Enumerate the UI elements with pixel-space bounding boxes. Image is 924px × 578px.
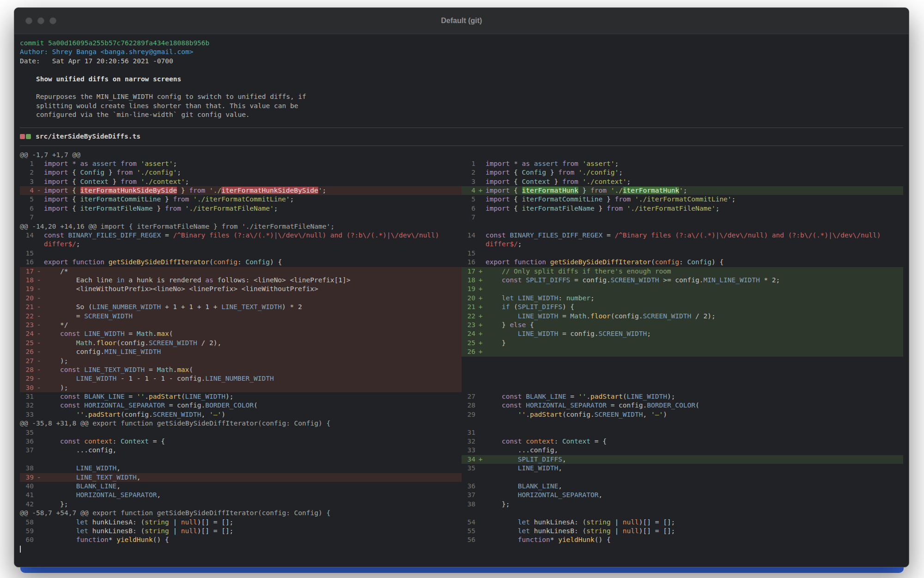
code-token: ( xyxy=(189,366,193,373)
code-token: )[] = []; xyxy=(639,518,675,526)
code-line: const context: Context = { xyxy=(486,437,903,446)
code-token: floor xyxy=(590,312,611,320)
diff-pane-right: 19+ xyxy=(462,285,903,293)
line-number xyxy=(20,240,34,249)
code-token: function xyxy=(72,258,104,266)
code-token: ; xyxy=(619,169,623,176)
code-token: / 2); xyxy=(691,312,715,320)
code-token xyxy=(44,402,60,409)
diff-marker xyxy=(475,401,486,410)
line-number xyxy=(462,240,475,249)
code-token: LINE_WIDTH xyxy=(185,393,225,400)
code-token: null xyxy=(181,518,197,526)
code-token: from xyxy=(189,187,205,194)
code-token: '—' xyxy=(209,411,221,418)
code-line: const BLANK_LINE = ''.padStart(LINE_WIDT… xyxy=(486,392,903,401)
line-number: 25 xyxy=(20,339,34,347)
code-token: './iterFormatFileName' xyxy=(627,205,716,212)
diff-marker xyxy=(475,428,486,437)
code-token: ( xyxy=(695,402,699,409)
diff-marker xyxy=(34,527,44,535)
code-token xyxy=(137,178,141,185)
code-token: } xyxy=(109,178,121,185)
diff-marker xyxy=(34,446,44,455)
code-token xyxy=(104,258,109,266)
code-token: { xyxy=(68,187,80,194)
code-token xyxy=(574,169,578,176)
code-token: ; xyxy=(683,187,687,194)
line-number: 5 xyxy=(462,195,475,204)
diff-marker xyxy=(34,168,44,177)
code-token: (config. xyxy=(121,411,153,418)
code-line: import { iterFormatCommitLine } from './… xyxy=(44,195,462,204)
diff-marker xyxy=(475,437,486,446)
line-number: 29 xyxy=(462,410,475,419)
diff-pane-right: 18+ const SPLIT_DIFFS = config.SCREEN_WI… xyxy=(462,276,903,285)
code-token xyxy=(80,330,85,337)
zoom-button[interactable] xyxy=(49,18,56,24)
code-token: ) * 2 xyxy=(282,303,302,310)
line-number: 56 xyxy=(462,535,475,544)
diff-pane-right: 37 HORIZONTAL_SEPARATOR, xyxy=(462,491,903,499)
diff-row: 40 BLANK_LINE,36 BLANK_LINE, xyxy=(20,482,903,491)
diff-pane-right: 15 xyxy=(462,249,903,258)
code-token: let xyxy=(518,518,530,526)
code-token: LINE_WIDTH xyxy=(518,464,558,472)
minimize-button[interactable] xyxy=(37,18,44,24)
code-token xyxy=(44,491,76,499)
diff-pane-right: 20+ let LINE_WIDTH: number; xyxy=(462,294,903,303)
code-token: context xyxy=(526,438,554,445)
code-token: } xyxy=(602,195,614,203)
code-token: : xyxy=(112,438,120,445)
code-line: function* yieldHunk() { xyxy=(44,535,462,544)
line-number: 22 xyxy=(20,312,34,321)
code-token xyxy=(486,330,518,337)
commit-hash-line: commit 5a00d16095a255b57c762289fa434e180… xyxy=(20,39,903,48)
line-number: 24 xyxy=(20,329,34,338)
diff-marker: + xyxy=(475,186,486,195)
diff-marker xyxy=(475,177,486,186)
code-token: const xyxy=(502,276,522,284)
code-token: as xyxy=(80,160,88,167)
code-token: ; xyxy=(173,160,177,167)
code-token: BINARY_FILES_DIFF_REGEX xyxy=(510,231,602,239)
diff-pane-right: 56 function* yieldHunk() { xyxy=(462,535,903,544)
code-token: yieldHunk xyxy=(558,536,595,543)
code-token: padStart xyxy=(590,393,623,400)
diff-row: differ$/;differ$/; xyxy=(20,240,903,249)
line-number: 7 xyxy=(20,213,34,222)
line-number: 41 xyxy=(20,491,34,499)
code-token: ( xyxy=(510,303,517,310)
terminal-content[interactable]: commit 5a00d16095a255b57c762289fa434e180… xyxy=(14,34,909,554)
code-token: = config. xyxy=(607,402,647,409)
line-number: 38 xyxy=(20,464,34,473)
diff-marker: - xyxy=(34,374,44,383)
code-token: + 1 + 1 + 1 + xyxy=(161,303,221,310)
diff-pane-right: 55 let hunkLinesB: (string | null)[] = [… xyxy=(462,527,903,535)
diff-pane-left: 18- Each line in a hunk is rendered as f… xyxy=(20,276,462,285)
added-word-highlight: iterFormatHunk xyxy=(522,187,578,194)
titlebar[interactable]: Default (git) xyxy=(14,8,909,34)
code-line: differ$/; xyxy=(44,240,462,249)
close-button[interactable] xyxy=(25,18,32,24)
code-token: (config. xyxy=(562,411,595,418)
diff-pane-right: 17+ // Only split diffs if there's enoug… xyxy=(462,267,903,276)
code-token: | xyxy=(169,527,181,535)
code-token: - 1 - 1 - 1 - config. xyxy=(116,375,205,382)
diff-row: 3import { Context } from './context';3im… xyxy=(20,177,903,186)
code-line xyxy=(44,213,462,222)
diff-row: 14const BINARY_FILES_DIFF_REGEX = /^Bina… xyxy=(20,231,903,240)
diff-pane-right xyxy=(462,365,903,374)
diff-row: 42 };38 }; xyxy=(20,500,903,509)
code-token: SCREEN_WIDTH xyxy=(643,312,692,320)
code-token: . xyxy=(586,312,590,320)
horizontal-divider xyxy=(20,146,903,146)
code-token xyxy=(558,160,562,167)
diff-marker xyxy=(475,518,486,527)
diff-marker xyxy=(34,437,44,446)
code-line: const BINARY_FILES_DIFF_REGEX = /^Binary… xyxy=(486,231,903,240)
diff-pane-right: 24+ LINE_WIDTH = config.SCREEN_WIDTH; xyxy=(462,329,903,338)
line-number: 14 xyxy=(462,231,475,240)
code-token: MIN_LINE_WIDTH xyxy=(703,276,760,284)
line-number: 30 xyxy=(20,383,34,392)
